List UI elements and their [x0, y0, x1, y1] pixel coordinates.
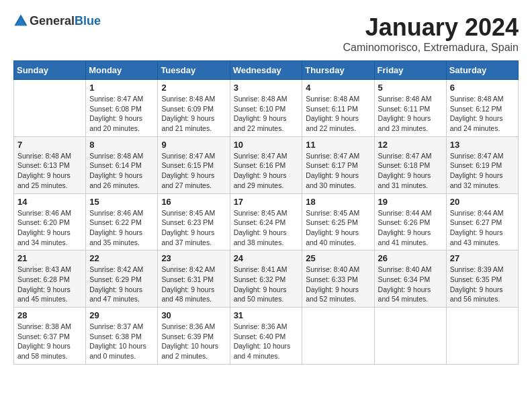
day-cell: 18Sunrise: 8:45 AMSunset: 6:25 PMDayligh…	[302, 193, 374, 250]
header-sunday: Sunday	[14, 61, 86, 80]
day-number: 22	[89, 253, 154, 263]
day-cell: 17Sunrise: 8:45 AMSunset: 6:24 PMDayligh…	[230, 193, 302, 250]
day-cell: 29Sunrise: 8:37 AMSunset: 6:38 PMDayligh…	[86, 308, 158, 365]
day-number: 4	[306, 83, 370, 93]
day-details: Sunrise: 8:48 AMSunset: 6:09 PMDaylight:…	[161, 94, 226, 134]
month-title: January 2024	[343, 13, 519, 42]
day-number: 28	[17, 310, 82, 320]
day-details: Sunrise: 8:44 AMSunset: 6:26 PMDaylight:…	[378, 208, 443, 248]
day-cell: 20Sunrise: 8:44 AMSunset: 6:27 PMDayligh…	[446, 193, 518, 250]
day-cell: 9Sunrise: 8:47 AMSunset: 6:15 PMDaylight…	[158, 136, 230, 193]
day-cell: 22Sunrise: 8:42 AMSunset: 6:29 PMDayligh…	[86, 250, 158, 308]
header-saturday: Saturday	[446, 61, 518, 80]
header-monday: Monday	[86, 61, 158, 80]
day-cell: 31Sunrise: 8:36 AMSunset: 6:40 PMDayligh…	[230, 308, 302, 365]
day-details: Sunrise: 8:47 AMSunset: 6:15 PMDaylight:…	[161, 151, 226, 191]
calendar-table: SundayMondayTuesdayWednesdayThursdayFrid…	[13, 60, 519, 365]
day-details: Sunrise: 8:48 AMSunset: 6:13 PMDaylight:…	[17, 151, 82, 191]
day-number: 13	[450, 140, 515, 150]
day-details: Sunrise: 8:48 AMSunset: 6:11 PMDaylight:…	[378, 94, 443, 134]
day-cell: 28Sunrise: 8:38 AMSunset: 6:37 PMDayligh…	[14, 308, 86, 365]
day-number: 12	[378, 140, 443, 150]
day-number: 10	[234, 140, 299, 150]
day-details: Sunrise: 8:38 AMSunset: 6:37 PMDaylight:…	[17, 322, 82, 361]
day-cell: 8Sunrise: 8:48 AMSunset: 6:14 PMDaylight…	[86, 136, 158, 193]
day-details: Sunrise: 8:44 AMSunset: 6:27 PMDaylight:…	[450, 208, 515, 248]
day-cell	[302, 308, 374, 365]
day-details: Sunrise: 8:47 AMSunset: 6:17 PMDaylight:…	[306, 151, 370, 191]
header-wednesday: Wednesday	[230, 61, 302, 80]
header-row: SundayMondayTuesdayWednesdayThursdayFrid…	[14, 61, 519, 80]
day-cell: 25Sunrise: 8:40 AMSunset: 6:33 PMDayligh…	[302, 250, 374, 308]
day-number: 5	[378, 83, 443, 93]
week-row-1: 1Sunrise: 8:47 AMSunset: 6:08 PMDaylight…	[14, 80, 519, 137]
day-cell: 12Sunrise: 8:47 AMSunset: 6:18 PMDayligh…	[374, 136, 446, 193]
title-area: January 2024 Caminomorisco, Extremadura,…	[343, 13, 519, 54]
day-cell: 6Sunrise: 8:48 AMSunset: 6:12 PMDaylight…	[446, 80, 518, 137]
day-number: 20	[450, 197, 515, 207]
day-cell: 1Sunrise: 8:47 AMSunset: 6:08 PMDaylight…	[86, 80, 158, 137]
logo-general: General	[30, 14, 75, 28]
day-details: Sunrise: 8:37 AMSunset: 6:38 PMDaylight:…	[89, 322, 154, 361]
header: GeneralBlue January 2024 Caminomorisco, …	[13, 13, 519, 54]
day-cell	[446, 308, 518, 365]
logo-text: GeneralBlue	[30, 14, 101, 28]
day-number: 24	[234, 253, 299, 263]
day-cell: 21Sunrise: 8:43 AMSunset: 6:28 PMDayligh…	[14, 250, 86, 308]
day-number: 7	[17, 140, 82, 150]
day-details: Sunrise: 8:42 AMSunset: 6:29 PMDaylight:…	[89, 265, 154, 304]
day-number: 1	[89, 83, 154, 93]
day-number: 14	[17, 197, 82, 207]
day-number: 17	[234, 197, 299, 207]
header-thursday: Thursday	[302, 61, 374, 80]
day-details: Sunrise: 8:43 AMSunset: 6:28 PMDaylight:…	[17, 265, 82, 304]
week-row-4: 21Sunrise: 8:43 AMSunset: 6:28 PMDayligh…	[14, 250, 519, 308]
location-subtitle: Caminomorisco, Extremadura, Spain	[343, 42, 519, 54]
day-cell: 13Sunrise: 8:47 AMSunset: 6:19 PMDayligh…	[446, 136, 518, 193]
logo-icon	[13, 13, 28, 28]
day-number: 15	[89, 197, 154, 207]
day-number: 2	[161, 83, 226, 93]
day-cell	[374, 308, 446, 365]
day-number: 3	[234, 83, 299, 93]
day-details: Sunrise: 8:36 AMSunset: 6:40 PMDaylight:…	[234, 322, 299, 361]
day-number: 30	[161, 310, 226, 320]
day-cell: 14Sunrise: 8:46 AMSunset: 6:20 PMDayligh…	[14, 193, 86, 250]
day-cell: 3Sunrise: 8:48 AMSunset: 6:10 PMDaylight…	[230, 80, 302, 137]
day-number: 23	[161, 253, 226, 263]
week-row-2: 7Sunrise: 8:48 AMSunset: 6:13 PMDaylight…	[14, 136, 519, 193]
day-details: Sunrise: 8:39 AMSunset: 6:35 PMDaylight:…	[450, 265, 515, 304]
week-row-3: 14Sunrise: 8:46 AMSunset: 6:20 PMDayligh…	[14, 193, 519, 250]
day-details: Sunrise: 8:47 AMSunset: 6:19 PMDaylight:…	[450, 151, 515, 191]
day-details: Sunrise: 8:48 AMSunset: 6:14 PMDaylight:…	[89, 151, 154, 191]
logo: GeneralBlue	[13, 13, 101, 28]
day-number: 16	[161, 197, 226, 207]
day-details: Sunrise: 8:46 AMSunset: 6:22 PMDaylight:…	[89, 208, 154, 248]
day-number: 19	[378, 197, 443, 207]
day-details: Sunrise: 8:48 AMSunset: 6:12 PMDaylight:…	[450, 94, 515, 134]
day-cell: 10Sunrise: 8:47 AMSunset: 6:16 PMDayligh…	[230, 136, 302, 193]
day-number: 9	[161, 140, 226, 150]
logo-blue: Blue	[75, 14, 101, 28]
day-number: 8	[89, 140, 154, 150]
header-friday: Friday	[374, 61, 446, 80]
day-cell: 7Sunrise: 8:48 AMSunset: 6:13 PMDaylight…	[14, 136, 86, 193]
day-cell: 19Sunrise: 8:44 AMSunset: 6:26 PMDayligh…	[374, 193, 446, 250]
day-number: 18	[306, 197, 370, 207]
day-cell: 2Sunrise: 8:48 AMSunset: 6:09 PMDaylight…	[158, 80, 230, 137]
day-number: 29	[89, 310, 154, 320]
day-details: Sunrise: 8:41 AMSunset: 6:32 PMDaylight:…	[234, 265, 299, 304]
day-cell: 15Sunrise: 8:46 AMSunset: 6:22 PMDayligh…	[86, 193, 158, 250]
day-details: Sunrise: 8:48 AMSunset: 6:10 PMDaylight:…	[234, 94, 299, 134]
day-cell: 24Sunrise: 8:41 AMSunset: 6:32 PMDayligh…	[230, 250, 302, 308]
day-number: 6	[450, 83, 515, 93]
day-number: 31	[234, 310, 299, 320]
day-details: Sunrise: 8:45 AMSunset: 6:25 PMDaylight:…	[306, 208, 370, 248]
day-details: Sunrise: 8:47 AMSunset: 6:18 PMDaylight:…	[378, 151, 443, 191]
day-number: 11	[306, 140, 370, 150]
day-details: Sunrise: 8:45 AMSunset: 6:23 PMDaylight:…	[161, 208, 226, 248]
day-details: Sunrise: 8:40 AMSunset: 6:34 PMDaylight:…	[378, 265, 443, 304]
day-cell: 27Sunrise: 8:39 AMSunset: 6:35 PMDayligh…	[446, 250, 518, 308]
day-number: 21	[17, 253, 82, 263]
day-number: 26	[378, 253, 443, 263]
